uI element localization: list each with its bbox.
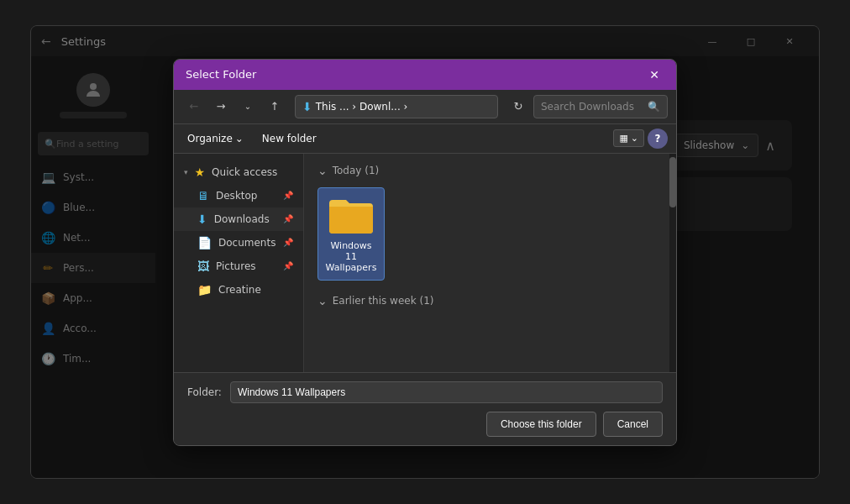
breadcrumb-bar[interactable]: ⬇ This ... › Downl... ›: [295, 95, 498, 118]
quick-access-expand-icon: ▾: [184, 168, 188, 176]
dialog-close-button[interactable]: ✕: [644, 65, 664, 85]
pictures-icon: 🖼: [197, 260, 209, 273]
earlier-section-label: Earlier this week (1): [333, 295, 434, 307]
folder-thumbnail: [328, 195, 375, 235]
breadcrumb-drive-icon: ⬇: [302, 100, 312, 113]
view-controls: ▦ ⌄ ?: [613, 129, 668, 149]
folder-input[interactable]: [230, 381, 663, 403]
dialog-title: Select Folder: [186, 68, 644, 81]
organize-button[interactable]: Organize ⌄: [182, 129, 249, 148]
search-downloads-icon: 🔍: [648, 101, 660, 113]
creatine-label: Creatine: [218, 284, 261, 296]
nav-downloads[interactable]: ⬇ Downloads 📌: [174, 207, 303, 231]
quick-access-label: Quick access: [212, 166, 277, 178]
dialog-footer: Folder: Choose this folder Cancel: [174, 372, 676, 445]
today-section-header: Today (1): [317, 164, 656, 177]
view-options-button[interactable]: ▦ ⌄: [613, 129, 644, 147]
downloads-label: Downloads: [214, 213, 270, 225]
nav-desktop[interactable]: 🖥 Desktop 📌: [174, 184, 303, 207]
new-folder-button[interactable]: New folder: [255, 129, 323, 148]
cancel-button[interactable]: Cancel: [603, 412, 663, 437]
pictures-label: Pictures: [216, 260, 256, 272]
documents-pin-icon: 📌: [283, 238, 293, 247]
dialog-titlebar: Select Folder ✕: [174, 60, 676, 90]
desktop-pin-icon: 📌: [283, 191, 293, 200]
settings-window: ← Settings — □ ✕ 🔍 Find a setting: [30, 25, 820, 479]
select-folder-dialog: Select Folder ✕ ← → ⌄ ↑ ⬇ This ... › Dow…: [173, 59, 677, 446]
dialog-files-panel: Today (1) Windows 11 Wallpapers: [304, 154, 669, 372]
scrollbar-thumb[interactable]: [669, 157, 676, 207]
folder-label: Folder:: [187, 386, 222, 398]
choose-folder-button[interactable]: Choose this folder: [486, 412, 596, 437]
organize-chevron-icon: ⌄: [235, 133, 244, 144]
nav-quick-access[interactable]: ▾ ★ Quick access: [174, 160, 303, 184]
folder-name-windows11: Windows 11 Wallpapers: [325, 240, 377, 273]
nav-up-button[interactable]: ↑: [263, 95, 286, 118]
desktop-label: Desktop: [216, 190, 258, 202]
earlier-section-header: Earlier this week (1): [317, 294, 656, 307]
desktop-icon: 🖥: [197, 189, 209, 202]
dialog-actions-bar: Organize ⌄ New folder ▦ ⌄ ?: [174, 124, 676, 154]
refresh-button[interactable]: ↻: [506, 95, 530, 118]
nav-dropdown-button[interactable]: ⌄: [236, 95, 260, 118]
dialog-nav-panel: ▾ ★ Quick access 🖥 Desktop 📌 ⬇ Downloads…: [174, 154, 304, 372]
view-grid-icon: ▦: [619, 133, 627, 144]
help-button[interactable]: ?: [648, 129, 668, 149]
downloads-pin-icon: 📌: [283, 214, 293, 223]
dialog-overlay: Select Folder ✕ ← → ⌄ ↑ ⬇ This ... › Dow…: [31, 26, 819, 478]
nav-pictures[interactable]: 🖼 Pictures 📌: [174, 255, 303, 278]
files-grid-today: Windows 11 Wallpapers: [317, 187, 656, 281]
folder-item-windows11[interactable]: Windows 11 Wallpapers: [317, 187, 385, 281]
view-chevron-icon: ⌄: [631, 133, 638, 144]
footer-buttons: Choose this folder Cancel: [187, 412, 663, 437]
documents-label: Documents: [218, 237, 275, 249]
today-section-label: Today (1): [333, 165, 380, 176]
folder-row: Folder:: [187, 381, 663, 403]
creatine-icon: 📁: [197, 283, 212, 297]
dialog-body: ▾ ★ Quick access 🖥 Desktop 📌 ⬇ Downloads…: [174, 154, 676, 372]
nav-forward-button[interactable]: →: [209, 95, 233, 118]
nav-creatine[interactable]: 📁 Creatine: [174, 278, 303, 302]
pictures-pin-icon: 📌: [283, 261, 293, 270]
search-downloads-placeholder: Search Downloads: [541, 101, 634, 113]
dialog-nav-bar: ← → ⌄ ↑ ⬇ This ... › Downl... › ↻ Search…: [174, 90, 676, 124]
nav-documents[interactable]: 📄 Documents 📌: [174, 231, 303, 255]
downloads-icon: ⬇: [197, 213, 207, 226]
organize-label: Organize: [187, 133, 233, 144]
breadcrumb-text: This ... › Downl... ›: [316, 101, 408, 113]
search-downloads-box[interactable]: Search Downloads 🔍: [533, 95, 668, 118]
scrollbar-track[interactable]: [669, 154, 676, 372]
documents-icon: 📄: [197, 236, 212, 249]
quick-access-icon: ★: [195, 165, 206, 179]
nav-back-button[interactable]: ←: [182, 95, 206, 118]
